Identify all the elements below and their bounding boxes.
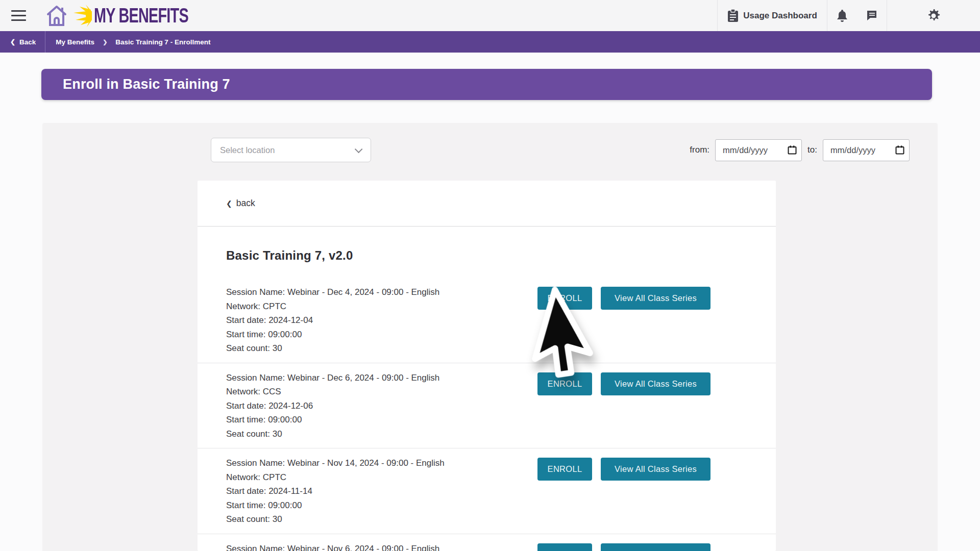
location-select-placeholder: Select location	[220, 145, 275, 155]
session-name: Session Name: Webinar - Dec 6, 2024 - 09…	[226, 371, 537, 385]
enroll-button[interactable]: ENROLL	[537, 543, 592, 551]
breadcrumb: My Benefits ❯ Basic Training 7 - Enrollm…	[45, 38, 210, 46]
page-title: Enroll in Basic Training 7	[63, 77, 230, 92]
session-details: Session Name: Webinar - Nov 6, 2024 - 09…	[226, 542, 537, 551]
session-actions: ENROLL View All Class Series	[537, 542, 710, 551]
session-name: Session Name: Webinar - Nov 14, 2024 - 0…	[226, 456, 537, 470]
settings-section	[887, 0, 980, 31]
session-row: Session Name: Webinar - Dec 6, 2024 - 09…	[198, 363, 776, 448]
location-select[interactable]: Select location	[211, 138, 371, 162]
chevron-right-icon: ❯	[103, 39, 107, 45]
back-button[interactable]: ❮ Back	[0, 31, 45, 53]
session-details: Session Name: Webinar - Dec 4, 2024 - 09…	[226, 285, 537, 356]
card-back-label: back	[236, 198, 255, 209]
session-details: Session Name: Webinar - Nov 14, 2024 - 0…	[226, 456, 537, 527]
session-seat-count: Seat count: 30	[226, 341, 537, 356]
chevron-left-icon: ❮	[10, 39, 15, 45]
view-all-class-series-button[interactable]: View All Class Series	[601, 287, 710, 310]
session-row: Session Name: Webinar - Nov 14, 2024 - 0…	[198, 448, 776, 534]
to-label: to:	[807, 145, 817, 155]
clipboard-icon	[727, 9, 739, 22]
to-date-input[interactable]	[823, 139, 910, 161]
home-icon	[44, 4, 69, 28]
usage-dashboard-label: Usage Dashboard	[743, 11, 817, 21]
view-all-class-series-button[interactable]: View All Class Series	[601, 372, 710, 395]
breadcrumb-item-current: Basic Training 7 - Enrollment	[115, 38, 210, 46]
bell-icon[interactable]	[837, 9, 848, 22]
session-row: Session Name: Webinar - Dec 4, 2024 - 09…	[198, 278, 776, 363]
session-start-time: Start time: 09:00:00	[226, 413, 537, 427]
logo-text: MY BENEFITS	[94, 4, 188, 27]
view-all-class-series-button[interactable]: View All Class Series	[601, 458, 710, 481]
session-list: Session Name: Webinar - Dec 4, 2024 - 09…	[198, 278, 776, 551]
course-title: Basic Training 7, v2.0	[226, 248, 776, 263]
date-filters: from: to:	[690, 139, 910, 161]
card-back-link[interactable]: ❮ back	[226, 198, 255, 209]
session-start-date: Start date: 2024-12-06	[226, 399, 537, 413]
session-name: Session Name: Webinar - Dec 4, 2024 - 09…	[226, 285, 537, 299]
session-row: Session Name: Webinar - Nov 6, 2024 - 09…	[198, 534, 776, 551]
enroll-button[interactable]: ENROLL	[537, 372, 592, 395]
session-seat-count: Seat count: 30	[226, 427, 537, 441]
session-start-date: Start date: 2024-12-04	[226, 313, 537, 328]
session-seat-count: Seat count: 30	[226, 512, 537, 527]
from-label: from:	[690, 145, 709, 155]
app-header: MY BENEFITS Usage Dashboard	[0, 0, 980, 31]
session-actions: ENROLL View All Class Series	[537, 371, 710, 395]
view-all-class-series-button[interactable]: View All Class Series	[601, 543, 710, 551]
hamburger-menu-icon[interactable]	[0, 0, 37, 31]
chat-icon[interactable]	[865, 10, 877, 22]
session-network: Network: CPTC	[226, 470, 537, 485]
chevron-down-icon	[355, 145, 363, 153]
session-network: Network: CCS	[226, 385, 537, 399]
enroll-button[interactable]: ENROLL	[537, 287, 592, 310]
usage-dashboard-button[interactable]: Usage Dashboard	[717, 0, 827, 31]
content-panel: Select location from: to:	[42, 123, 938, 551]
enroll-button[interactable]: ENROLL	[537, 458, 592, 481]
breadcrumb-bar: ❮ Back My Benefits ❯ Basic Training 7 - …	[0, 31, 980, 53]
session-network: Network: CPTC	[226, 299, 537, 314]
breadcrumb-item-my-benefits[interactable]: My Benefits	[56, 38, 94, 46]
starburst-icon	[71, 5, 92, 27]
session-name: Session Name: Webinar - Nov 6, 2024 - 09…	[226, 542, 537, 551]
header-spacer	[215, 0, 717, 31]
session-start-date: Start date: 2024-11-14	[226, 484, 537, 498]
session-actions: ENROLL View All Class Series	[537, 285, 710, 310]
notifications-section	[827, 0, 887, 31]
card-divider	[198, 226, 776, 227]
session-start-time: Start time: 09:00:00	[226, 498, 537, 513]
session-start-time: Start time: 09:00:00	[226, 328, 537, 342]
app-logo[interactable]: MY BENEFITS	[37, 0, 215, 31]
session-details: Session Name: Webinar - Dec 6, 2024 - 09…	[226, 371, 537, 441]
page-title-banner: Enroll in Basic Training 7	[41, 69, 932, 100]
chevron-left-icon: ❮	[226, 199, 232, 208]
from-date-input[interactable]	[715, 139, 802, 161]
gear-icon[interactable]	[927, 9, 940, 22]
back-button-label: Back	[19, 38, 36, 46]
enrollment-card: ❮ back Basic Training 7, v2.0 Session Na…	[198, 181, 776, 551]
session-actions: ENROLL View All Class Series	[537, 456, 710, 481]
